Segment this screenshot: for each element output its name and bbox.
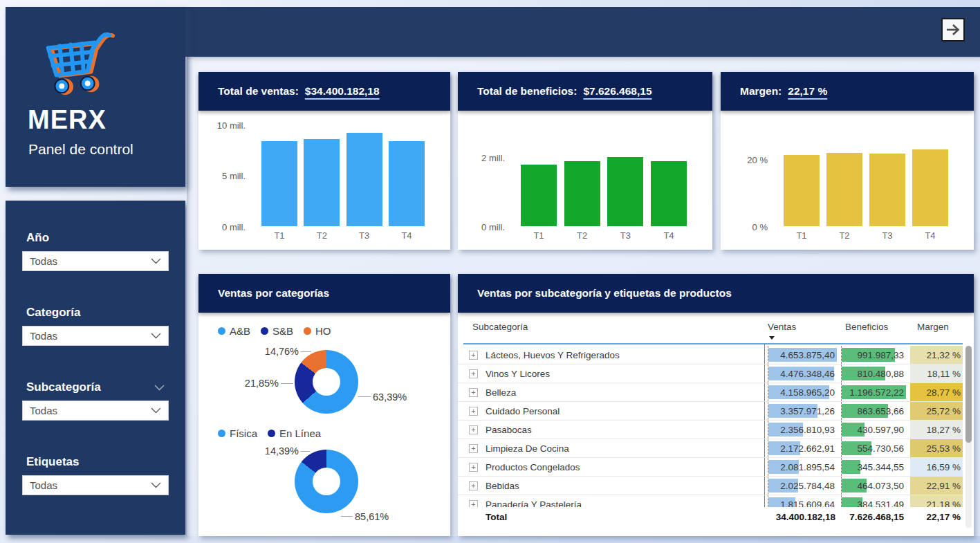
margen-cell: 28,77 % bbox=[910, 383, 963, 401]
bar[interactable] bbox=[346, 133, 382, 226]
subcategory-name: Productos Congelados bbox=[486, 458, 755, 477]
expand-row-button[interactable] bbox=[469, 463, 478, 472]
bar[interactable] bbox=[304, 139, 340, 226]
filter-dropdown[interactable]: Todas bbox=[22, 251, 169, 271]
bar-column[interactable]: T1 bbox=[521, 122, 557, 226]
legend-item[interactable]: En Línea bbox=[268, 427, 321, 439]
subcategory-name: Pasabocas bbox=[486, 421, 755, 439]
bar[interactable] bbox=[784, 155, 820, 226]
beneficios-value: 384.531,49 bbox=[842, 495, 906, 507]
total-margen: 22,17 % bbox=[910, 507, 965, 528]
beneficios-value: 863.653,66 bbox=[842, 402, 906, 421]
table-row[interactable]: Limpieza De Cocina 2.172.662,91 554.730,… bbox=[458, 439, 963, 458]
bar-column[interactable]: T1 bbox=[784, 122, 820, 226]
table-row[interactable]: Belleza 4.158.965,20 1.196.572,22 28,77 … bbox=[458, 383, 963, 402]
kpi-value[interactable]: $34.400.182,18 bbox=[305, 85, 380, 98]
expand-row-button[interactable] bbox=[469, 388, 478, 397]
table-row[interactable]: Pasabocas 2.356.810,93 430.597,90 18,27 … bbox=[458, 421, 963, 439]
kpi-value[interactable]: $7.626.468,15 bbox=[583, 85, 651, 98]
bar[interactable] bbox=[651, 161, 687, 226]
bar[interactable] bbox=[869, 154, 905, 226]
label-leader-line bbox=[358, 396, 371, 397]
bar-column[interactable]: T4 bbox=[651, 122, 687, 226]
table-row[interactable]: Productos Congelados 2.081.895,54 345.34… bbox=[458, 458, 963, 477]
bar-column[interactable]: T3 bbox=[869, 122, 905, 226]
filter-label: Categoría bbox=[26, 306, 80, 320]
bar-column[interactable]: T2 bbox=[304, 122, 340, 226]
expand-row-button[interactable] bbox=[469, 500, 478, 507]
table-scrollbar[interactable] bbox=[965, 346, 972, 528]
legend-swatch-icon bbox=[261, 327, 268, 335]
expand-row-button[interactable] bbox=[469, 481, 478, 490]
x-axis-label: T2 bbox=[564, 230, 600, 241]
data-label: 21,85% bbox=[218, 378, 279, 389]
legend-label: En Línea bbox=[279, 427, 321, 439]
card-header: Ventas por subcategoría y etiquetas de p… bbox=[458, 274, 974, 313]
x-axis-label: T4 bbox=[651, 230, 687, 241]
total-beneficios: 7.626.468,15 bbox=[838, 507, 905, 528]
ventas-cell: 4.158.965,20 bbox=[768, 383, 837, 401]
bar-column[interactable]: T3 bbox=[607, 122, 643, 226]
subcategory-name: Limpieza De Cocina bbox=[486, 439, 755, 458]
filter-dropdown[interactable]: Todas bbox=[22, 326, 169, 346]
bar-column[interactable]: T2 bbox=[826, 122, 862, 226]
chevron-down-icon[interactable] bbox=[154, 385, 165, 391]
beneficios-value: 464.073,50 bbox=[842, 477, 906, 495]
scrollbar-thumb[interactable] bbox=[965, 346, 972, 443]
donut-legend-categories: A&B S&B HO bbox=[218, 325, 331, 337]
expand-row-button[interactable] bbox=[469, 407, 478, 416]
expand-row-button[interactable] bbox=[469, 351, 478, 360]
x-axis-label: T4 bbox=[912, 230, 948, 241]
donut-chart-categories[interactable] bbox=[295, 350, 358, 414]
column-header-margen[interactable]: Margen bbox=[917, 322, 949, 332]
filter-dropdown[interactable]: Todas bbox=[22, 475, 169, 495]
filter-label: Etiquetas bbox=[26, 455, 80, 469]
ventas-value: 2.081.895,54 bbox=[768, 458, 837, 477]
bar-column[interactable]: T4 bbox=[389, 122, 425, 226]
bar[interactable] bbox=[564, 161, 600, 227]
x-axis-label: T2 bbox=[826, 230, 862, 241]
bar-column[interactable]: T4 bbox=[912, 122, 948, 226]
x-axis-label: T1 bbox=[784, 230, 820, 241]
table-row[interactable]: Cuidado Personal 3.357.971,26 863.653,66… bbox=[458, 402, 963, 421]
ventas-cell: 2.025.784,48 bbox=[768, 477, 837, 495]
bar-column[interactable]: T3 bbox=[346, 122, 382, 226]
legend-item[interactable]: A&B bbox=[218, 325, 250, 337]
bar-column[interactable]: T1 bbox=[261, 122, 297, 226]
bar[interactable] bbox=[261, 141, 297, 226]
bar[interactable] bbox=[912, 149, 948, 226]
table-row[interactable]: Vinos Y Licores 4.476.348,46 810.480,88 … bbox=[458, 365, 963, 383]
column-header-beneficios[interactable]: Beneficios bbox=[845, 322, 888, 332]
expand-row-button[interactable] bbox=[469, 425, 478, 434]
column-header-subcategoria[interactable]: Subcategoría bbox=[472, 322, 528, 332]
table-row[interactable]: Panadería Y Pastelería 1.815.609,64 384.… bbox=[458, 495, 963, 507]
label-leader-line bbox=[300, 451, 310, 452]
kpi-value[interactable]: 22,17 % bbox=[788, 85, 827, 98]
table-total-row: Total 34.400.182,18 7.626.468,15 22,17 % bbox=[458, 507, 963, 528]
bar[interactable] bbox=[607, 157, 643, 227]
x-axis-label: T4 bbox=[389, 230, 425, 241]
expand-row-button[interactable] bbox=[469, 444, 478, 453]
legend-item[interactable]: Física bbox=[218, 427, 257, 439]
legend-label: A&B bbox=[230, 325, 250, 337]
expand-row-button[interactable] bbox=[469, 369, 478, 378]
legend-label: Física bbox=[230, 427, 257, 439]
donut-chart-channel[interactable] bbox=[295, 450, 358, 513]
beneficios-cell: 1.196.572,22 bbox=[841, 383, 906, 401]
table-row[interactable]: Lácteos, Huevos Y Refrigerados 4.653.875… bbox=[458, 346, 963, 365]
column-header-ventas[interactable]: Ventas bbox=[768, 322, 796, 332]
legend-item[interactable]: S&B bbox=[261, 325, 293, 337]
legend-item[interactable]: HO bbox=[304, 325, 331, 337]
filter-dropdown[interactable]: Todas bbox=[22, 401, 169, 421]
subcategory-table: Subcategoría Ventas Beneficios Margen Lá… bbox=[458, 313, 974, 536]
table-row[interactable]: Bebidas 2.025.784,48 464.073,50 22,91 % bbox=[458, 477, 963, 495]
filter-selected-value: Todas bbox=[30, 479, 57, 491]
ventas-value: 4.158.965,20 bbox=[768, 383, 837, 402]
next-page-button[interactable] bbox=[941, 18, 965, 42]
chevron-down-icon bbox=[151, 333, 161, 339]
x-axis-label: T3 bbox=[607, 230, 643, 241]
bar[interactable] bbox=[389, 141, 425, 226]
bar[interactable] bbox=[521, 165, 557, 226]
bar[interactable] bbox=[826, 153, 862, 226]
bar-column[interactable]: T2 bbox=[564, 122, 600, 226]
